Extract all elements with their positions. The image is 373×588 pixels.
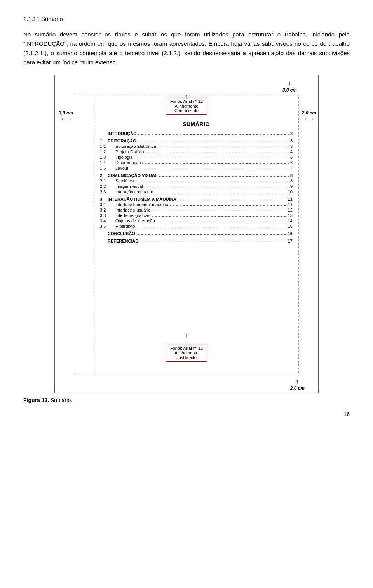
annotation-left: 3,0 cm ←→ [59,110,73,122]
toc-num: 1.5 [100,166,115,170]
toc-num: 1.3 [100,155,115,160]
toc-entry: 1.5Layout7 [100,166,293,170]
toc-label: Interface homem x máquina [115,202,168,207]
figure-box: ↓ 3,0 cm 3,0 cm ←→ 2,0 cm ←→ ↕ 2,0 cm ↑ … [54,75,319,393]
toc-page: 8 [290,179,293,183]
toc-num: 3.3 [100,213,115,218]
toc-dots [140,242,286,242]
toc-page: 11 [288,197,293,201]
toc-num: 2.3 [100,189,115,194]
toc-dots [145,187,289,187]
toc-entry: REFERÊNCIAS17 [100,239,293,243]
toc-num: 3.4 [100,219,115,223]
fonte-bottom-line2: Alinhamento [174,350,198,355]
toc-label: COMUNICAÇÃO VISUAL [108,173,157,178]
arrow-up-bottom: ↑ [185,332,188,340]
toc-page: 14 [288,219,293,223]
toc-dots [136,227,286,227]
toc-label: Layout [115,166,128,170]
toc-page: 16 [288,231,293,236]
annotation-bottom: ↕ 2,0 cm [290,377,305,391]
annotation-top-label: 3,0 cm [282,87,297,93]
toc-entry: 2.1Semiótica8 [100,179,293,183]
toc-dots [178,200,286,200]
toc-dots [138,134,289,135]
fonte-bottom-line1: Fonte: Arial nº 12 [170,346,203,350]
toc-label: REFERÊNCIAS [108,239,138,243]
fonte-bottom-line3: Justificado [176,355,197,360]
figure-caption: Figura 12. Sumário. [23,397,350,403]
toc-label: CONCLUSÃO [108,231,135,236]
toc-entry: 2.2Imagem visual9 [100,184,293,189]
toc-page: 5 [290,155,293,160]
toc-dots [170,205,286,206]
toc-entry: 3.2Interface x usuário12 [100,208,293,212]
toc-entry: 3.5Hipertexto15 [100,224,293,229]
fonte-top-line3: Centralizado [174,108,199,113]
toc-label: INTRODUÇÃO [108,131,137,136]
margin-right-line [298,95,299,373]
sumario-title: SUMÁRIO [100,121,293,127]
toc-label: Interfaces gráficas [115,213,150,218]
toc-dots [134,158,289,158]
toc-label: Hipertexto [115,224,135,229]
toc-dots [152,211,286,211]
toc-page: 12 [288,208,293,212]
figure-caption-bold: Figura 12. [23,397,49,403]
toc-label: INTERAÇÃO HOMEM X MAQUINA [108,197,176,201]
toc-page: 15 [288,224,293,229]
toc-page: 9 [290,184,293,189]
toc-page: 13 [288,213,293,218]
toc-page: 10 [288,189,293,194]
arrow-down-top: ↓ [288,79,291,87]
toc-entry: 3.1Interface homem x máquina11 [100,202,293,207]
toc-label: Imagem visual [115,184,143,189]
toc-dots [142,163,288,164]
toc-page: 4 [290,149,293,154]
arrow-up-top: ↑ [185,92,188,101]
figure-container: ↓ 3,0 cm 3,0 cm ←→ 2,0 cm ←→ ↕ 2,0 cm ↑ … [23,75,350,393]
toc-entry: 1EDITORAÇÃO3 [100,139,293,143]
toc-label: Projeto Gráfico [115,149,144,154]
toc-page: 6 [290,160,293,165]
toc-page: 8 [290,173,293,178]
toc-label: Objetos de interação [115,219,155,223]
annotation-right: 2,0 cm ←→ [302,110,316,122]
toc-num: 2 [100,173,108,178]
toc-dots [155,193,286,193]
arrow-right: ←→ [303,116,314,122]
arrow-right-left: ←→ [61,116,71,122]
page-heading: 1.1.11 Sumário [23,16,350,22]
toc-num: 1.2 [100,149,115,154]
toc-page: 11 [288,202,293,207]
toc-num: 1.1 [100,144,115,149]
toc-page: 17 [288,239,293,243]
body-paragraph: No sumário devem constar os títulos e su… [23,30,350,67]
toc-page: 2 [290,131,293,136]
margin-bottom-line [74,373,299,373]
toc-entry: 3.3Interfaces gráficas13 [100,213,293,218]
toc-dots [137,234,286,235]
toc-page: 7 [290,166,293,170]
toc-page: 3 [290,139,293,143]
toc-label: Interface x usuário [115,208,151,212]
toc-dots [136,182,289,182]
toc-num: 3.2 [100,208,115,212]
annotation-right-label: 2,0 cm [302,110,316,116]
content-area: SUMÁRIO INTRODUÇÃO21EDITORAÇÃO31.1Editor… [96,97,296,371]
toc-dots [130,169,289,169]
margin-left-line [94,95,94,373]
toc-num: 3.5 [100,224,115,229]
toc-entry: 1.1Editoração Eletrônica3 [100,144,293,149]
annotation-top: ↓ 3,0 cm [282,79,297,93]
toc-label: Tipologia [115,155,132,160]
toc-entry: 1.3Tipologia5 [100,155,293,160]
page-number: 16 [23,411,350,417]
toc-dots [157,222,286,222]
annotation-bottom-label: 2,0 cm [290,385,305,391]
toc-entry: 1.4Diagramação6 [100,160,293,165]
toc-num: 1.4 [100,160,115,165]
toc-entry: INTRODUÇÃO2 [100,131,293,136]
toc-entry: 2COMUNICAÇÃO VISUAL8 [100,173,293,178]
toc-num: 2.2 [100,184,115,189]
